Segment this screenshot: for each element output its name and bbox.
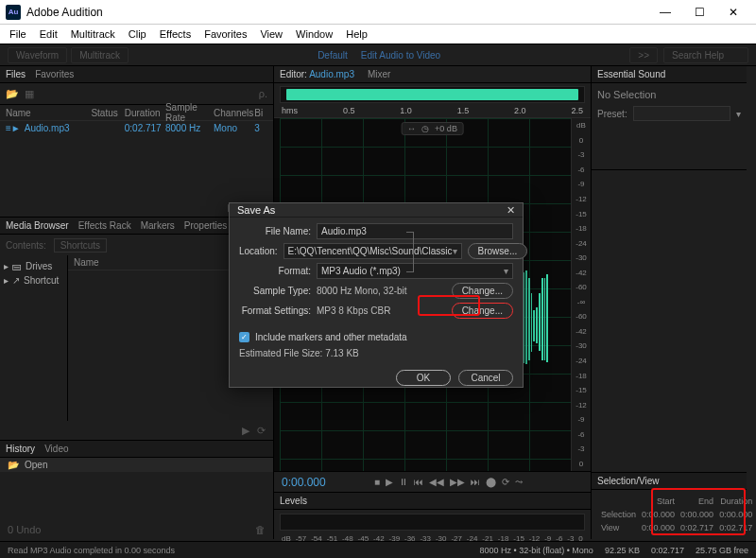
tab-properties[interactable]: Properties <box>184 220 228 231</box>
skip-fwd-icon[interactable]: ⏭ <box>471 477 480 487</box>
tab-files[interactable]: Files <box>6 69 26 79</box>
play-icon[interactable]: ▶ <box>386 477 393 487</box>
sel-row-view: View0:00.0000:02.7170:02.717 <box>599 522 754 533</box>
levels-tab[interactable]: Levels <box>274 493 591 510</box>
tab-mixer[interactable]: Mixer <box>368 69 390 79</box>
hud-pan-icon[interactable]: ↔ <box>407 124 416 133</box>
sel-start[interactable]: 0:00.000 <box>640 509 677 520</box>
loop-icon[interactable]: ⟳ <box>502 477 509 487</box>
hud-controls[interactable]: ↔◷+0 dB <box>401 122 464 135</box>
record-icon[interactable]: ⬤ <box>486 477 496 487</box>
col-channels[interactable]: Channels <box>214 108 254 118</box>
chevron-down-icon: ▾ <box>453 246 457 256</box>
menu-help[interactable]: Help <box>340 26 373 42</box>
status-message: Read MP3 Audio completed in 0.00 seconds <box>8 546 175 555</box>
file-rate: 8000 Hz <box>165 123 214 133</box>
media-loop-icon[interactable]: ⟳ <box>257 425 266 437</box>
tab-markers[interactable]: Markers <box>141 220 175 231</box>
files-filter-icon[interactable]: ρ. <box>259 88 267 99</box>
files-columns: Name Status Duration Sample Rate Channel… <box>0 104 273 121</box>
menu-edit[interactable]: Edit <box>34 26 63 42</box>
sel-tab[interactable]: Selection/View <box>592 473 747 490</box>
workspace-editaudio[interactable]: Edit Audio to Video <box>361 50 440 61</box>
view-end[interactable]: 0:02.717 <box>679 522 715 533</box>
format-label: Format: <box>239 266 311 276</box>
files-new-icon[interactable]: ▦ <box>25 88 34 100</box>
location-select[interactable]: E:\QQ\Tencent\QQ\Misc\Sound\Classic▾ <box>284 243 462 259</box>
pause-icon[interactable]: ⏸ <box>399 477 408 487</box>
media-col-name[interactable]: Name <box>74 257 232 268</box>
cancel-button[interactable]: Cancel <box>458 370 513 386</box>
file-row[interactable]: ≡►Audio.mp3 0:02.717 8000 Hz Mono 3 <box>0 121 273 135</box>
hud-clock-icon[interactable]: ◷ <box>421 124 429 133</box>
filename-input[interactable] <box>317 223 513 239</box>
overview-waveform[interactable] <box>280 86 585 103</box>
tab-effects-rack[interactable]: Effects Rack <box>78 220 131 231</box>
change-sampletype-button[interactable]: Change... <box>452 283 513 299</box>
minimize-button[interactable]: — <box>648 1 682 24</box>
mode-waveform[interactable]: Waveform <box>8 47 67 63</box>
col-name[interactable]: Name <box>6 108 91 118</box>
tree-drives[interactable]: ▸🖴Drives <box>4 259 63 273</box>
tree-shortcut[interactable]: ▸↗Shortcut <box>4 273 63 288</box>
levels-meter[interactable] <box>280 514 585 531</box>
sel-dur[interactable]: 0:00.000 <box>717 509 754 520</box>
tab-favorites[interactable]: Favorites <box>35 69 74 79</box>
media-play-icon[interactable]: ▶ <box>242 425 249 437</box>
rewind-icon[interactable]: ◀◀ <box>429 477 444 487</box>
workspace-more[interactable]: >> <box>629 47 658 63</box>
menu-view[interactable]: View <box>254 26 288 42</box>
time-ruler[interactable]: hms 0.5 1.0 1.5 2.0 2.5 <box>274 103 591 118</box>
view-start[interactable]: 0:00.000 <box>640 522 677 533</box>
menu-effects[interactable]: Effects <box>154 26 197 42</box>
col-samplerate[interactable]: Sample Rate <box>165 102 214 123</box>
workspace-default[interactable]: Default <box>318 50 348 61</box>
search-help-input[interactable]: Search Help <box>663 47 748 63</box>
file-duration: 0:02.717 <box>125 123 165 133</box>
sel-end[interactable]: 0:00.000 <box>679 509 715 520</box>
history-foot: 0 Undo 🗑 <box>0 520 273 539</box>
forward-icon[interactable]: ▶▶ <box>450 477 465 487</box>
stop-icon[interactable]: ■ <box>374 477 380 487</box>
transport-buttons: ■ ▶ ⏸ ⏮ ◀◀ ▶▶ ⏭ ⬤ ⟳ ⤳ <box>374 477 523 487</box>
skip-sel-icon[interactable]: ⤳ <box>515 477 523 487</box>
media-contents-select[interactable]: Shortcuts <box>54 238 107 253</box>
mode-multitrack[interactable]: Multitrack <box>71 47 129 63</box>
menu-clip[interactable]: Clip <box>123 26 152 42</box>
maximize-button[interactable]: ☐ <box>682 1 716 24</box>
tab-editor[interactable]: Editor: Audio.mp3 <box>280 69 354 79</box>
dialog-close-icon[interactable]: ✕ <box>504 203 517 217</box>
col-duration[interactable]: Duration <box>125 108 165 118</box>
menu-multitrack[interactable]: Multitrack <box>65 26 121 42</box>
tab-video[interactable]: Video <box>44 444 68 454</box>
tab-media-browser[interactable]: Media Browser <box>6 220 69 231</box>
trash-icon[interactable]: 🗑 <box>255 524 266 535</box>
ok-button[interactable]: OK <box>396 370 451 386</box>
dialog-titlebar[interactable]: Save As ✕ <box>230 203 523 218</box>
sampletype-value: 8000 Hz Mono, 32-bit <box>317 286 446 296</box>
format-select[interactable]: MP3 Audio (*.mp3)▾ <box>317 263 513 279</box>
change-formatsettings-button[interactable]: Change... <box>452 303 513 319</box>
menu-file[interactable]: File <box>4 26 32 42</box>
media-tree: ▸🖴Drives ▸↗Shortcut <box>0 255 68 421</box>
files-open-icon[interactable]: 📂 <box>6 88 19 100</box>
include-metadata-checkbox[interactable]: ✓ <box>239 332 249 342</box>
ess-tab[interactable]: Essential Sound <box>592 66 747 83</box>
menu-favorites[interactable]: Favorites <box>198 26 252 42</box>
history-row-open[interactable]: 📂 Open <box>0 458 273 472</box>
view-dur[interactable]: 0:02.717 <box>717 522 754 533</box>
essential-sound-panel: Essential Sound No Selection Preset: ▾ <box>592 66 747 170</box>
status-format: 8000 Hz • 32-bit (float) • Mono <box>480 546 593 555</box>
hud-gain[interactable]: +0 dB <box>435 124 457 133</box>
browse-button[interactable]: Browse... <box>468 243 528 259</box>
preset-select[interactable] <box>633 106 730 121</box>
col-status[interactable]: Status <box>91 108 124 118</box>
skip-back-icon[interactable]: ⏮ <box>414 477 423 487</box>
close-button[interactable]: ✕ <box>716 1 750 24</box>
menu-window[interactable]: Window <box>290 26 338 42</box>
col-bit[interactable]: Bi <box>254 108 267 118</box>
playhead-time[interactable]: 0:00.000 <box>282 476 367 489</box>
tab-history[interactable]: History <box>6 444 35 454</box>
chevron-right-icon: ▸ <box>4 261 9 271</box>
preset-menu-icon[interactable]: ▾ <box>736 109 741 119</box>
